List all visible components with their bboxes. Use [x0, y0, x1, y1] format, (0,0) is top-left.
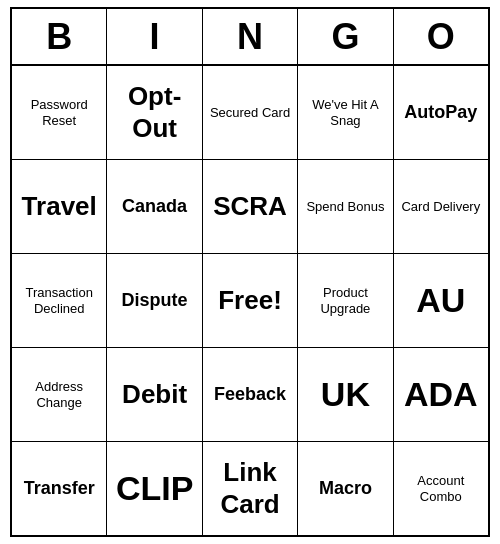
bingo-cell: ADA: [394, 348, 488, 441]
bingo-cell: Macro: [298, 442, 393, 535]
header-letter: B: [12, 9, 107, 64]
bingo-header: BINGO: [12, 9, 488, 66]
bingo-cell: Spend Bonus: [298, 160, 393, 253]
bingo-cell: Link Card: [203, 442, 298, 535]
bingo-cell: CLIP: [107, 442, 202, 535]
bingo-cell: Transfer: [12, 442, 107, 535]
bingo-cell: SCRA: [203, 160, 298, 253]
bingo-cell: Debit: [107, 348, 202, 441]
bingo-row: Password ResetOpt-OutSecured CardWe've H…: [12, 66, 488, 160]
bingo-cell: Product Upgrade: [298, 254, 393, 347]
bingo-cell: Canada: [107, 160, 202, 253]
bingo-cell: Secured Card: [203, 66, 298, 159]
bingo-row: Transaction DeclinedDisputeFree!Product …: [12, 254, 488, 348]
header-letter: G: [298, 9, 393, 64]
bingo-cell: UK: [298, 348, 393, 441]
bingo-cell: Dispute: [107, 254, 202, 347]
bingo-cell: AutoPay: [394, 66, 488, 159]
bingo-cell: Feeback: [203, 348, 298, 441]
bingo-cell: Address Change: [12, 348, 107, 441]
bingo-cell: Free!: [203, 254, 298, 347]
bingo-row: TransferCLIPLink CardMacroAccount Combo: [12, 442, 488, 535]
bingo-cell: Opt-Out: [107, 66, 202, 159]
header-letter: O: [394, 9, 488, 64]
bingo-cell: We've Hit A Snag: [298, 66, 393, 159]
header-letter: N: [203, 9, 298, 64]
bingo-row: Address ChangeDebitFeebackUKADA: [12, 348, 488, 442]
bingo-grid: Password ResetOpt-OutSecured CardWe've H…: [12, 66, 488, 535]
bingo-row: TravelCanadaSCRASpend BonusCard Delivery: [12, 160, 488, 254]
bingo-cell: Card Delivery: [394, 160, 488, 253]
bingo-card: BINGO Password ResetOpt-OutSecured CardW…: [10, 7, 490, 537]
bingo-cell: AU: [394, 254, 488, 347]
bingo-cell: Transaction Declined: [12, 254, 107, 347]
bingo-cell: Account Combo: [394, 442, 488, 535]
bingo-cell: Password Reset: [12, 66, 107, 159]
header-letter: I: [107, 9, 202, 64]
bingo-cell: Travel: [12, 160, 107, 253]
